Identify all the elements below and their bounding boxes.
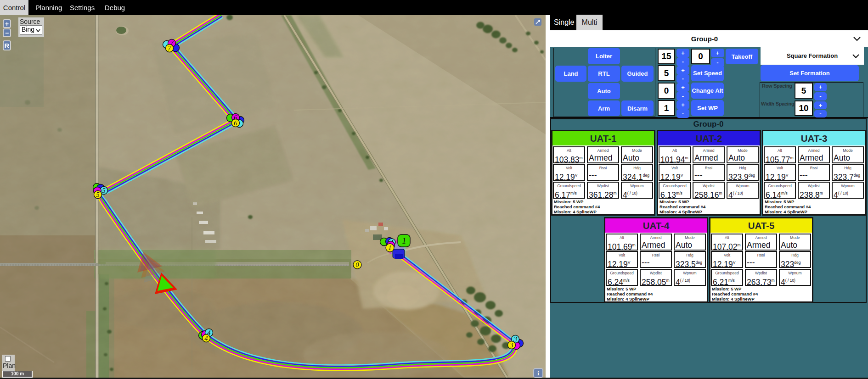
svg-text:6: 6	[234, 119, 237, 127]
svg-text:3: 3	[509, 341, 513, 349]
svg-text:1: 1	[388, 244, 392, 251]
svg-text:0: 0	[355, 261, 359, 268]
svg-text:5: 5	[102, 187, 106, 194]
svg-text:4: 4	[204, 334, 208, 342]
svg-text:5: 5	[96, 191, 100, 198]
svg-text:1: 1	[402, 236, 406, 245]
